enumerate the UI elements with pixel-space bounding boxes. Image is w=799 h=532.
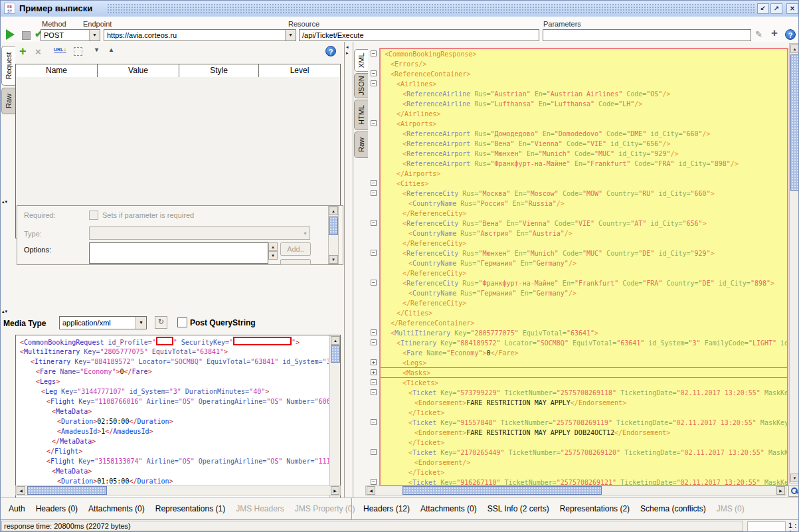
side-tab-json[interactable]: JSON xyxy=(354,73,368,98)
scroll-left-icon[interactable]: ◀ xyxy=(367,486,375,495)
collapse-node-icon[interactable]: − xyxy=(371,120,377,126)
expand-node-icon[interactable]: + xyxy=(371,369,377,375)
add-option-button[interactable]: Add.. xyxy=(280,242,311,256)
refresh-media-icon[interactable]: ↻ xyxy=(155,316,167,329)
column-header-name[interactable]: Name xyxy=(16,64,98,77)
scroll-up-icon[interactable]: ▲ xyxy=(329,207,338,215)
add-param-to-url-icon[interactable]: + xyxy=(771,27,778,40)
footer-tab-representations-2[interactable]: Representations (2) xyxy=(560,504,630,513)
collapse-node-icon[interactable]: − xyxy=(371,379,377,385)
response-vscrollbar[interactable]: ▲ ▼ xyxy=(789,43,799,484)
collapse-node-icon[interactable]: − xyxy=(371,70,377,76)
remove-param-icon[interactable]: × xyxy=(35,46,41,57)
partial-button[interactable] xyxy=(280,259,311,265)
progress-box xyxy=(747,521,786,532)
code-line: <Itinerary Key="884189572" Locator="SOCM… xyxy=(381,338,787,348)
code-line: </Airports> xyxy=(381,169,787,179)
collapse-node-icon[interactable]: − xyxy=(371,180,377,186)
scroll-down-icon[interactable]: ▼ xyxy=(329,255,338,264)
expand-node-icon[interactable]: + xyxy=(371,359,377,365)
move-param-down-icon[interactable]: ▾ xyxy=(95,46,98,53)
collapse-node-icon[interactable]: − xyxy=(371,329,377,335)
details-scrollbar[interactable]: ▲ ▼ xyxy=(328,206,339,264)
collapse-node-icon[interactable]: − xyxy=(371,419,377,425)
move-param-up-icon[interactable]: ▴ xyxy=(110,46,113,53)
resource-input[interactable]: /api/Ticket/Execute xyxy=(299,29,539,41)
scrollbar-thumb[interactable] xyxy=(27,486,107,495)
request-editor-hscrollbar[interactable]: ◀ ▶ xyxy=(15,486,341,495)
collapse-node-icon[interactable]: − xyxy=(371,339,377,345)
add-param-icon[interactable]: + xyxy=(19,44,27,58)
collapse-node-icon[interactable]: − xyxy=(371,80,377,86)
chevron-down-icon[interactable]: ▼ xyxy=(89,30,100,41)
endpoint-combobox[interactable]: https://avia.corteos.ru▼ xyxy=(104,29,296,41)
splitter-handle[interactable]: ▴▾ xyxy=(2,309,8,314)
footer-tab-attachments-0[interactable]: Attachments (0) xyxy=(420,504,477,513)
scroll-up-icon[interactable]: ▲ xyxy=(790,44,799,53)
collapse-node-icon[interactable]: − xyxy=(371,280,377,286)
footer-tab-headers-0[interactable]: Headers (0) xyxy=(36,504,78,513)
required-checkbox[interactable] xyxy=(89,211,98,220)
collapse-node-icon[interactable]: − xyxy=(371,250,377,256)
footer-tab-attachments-0[interactable]: Attachments (0) xyxy=(88,504,145,513)
footer-tab-schema-conflicts[interactable]: Schema (conflicts) xyxy=(640,504,706,513)
scrollbar-thumb[interactable] xyxy=(402,486,602,495)
edit-params-icon[interactable]: ✎ xyxy=(755,29,762,39)
scroll-right-icon[interactable]: ▶ xyxy=(331,486,339,495)
collapse-node-icon[interactable]: − xyxy=(371,479,377,485)
media-type-select[interactable]: application/xml▼ xyxy=(59,316,147,329)
collapse-node-icon[interactable]: − xyxy=(371,220,377,226)
submit-request-icon[interactable] xyxy=(6,29,15,40)
splitter-handle[interactable]: ▴▾ xyxy=(2,199,8,205)
side-tab-request[interactable]: Request xyxy=(1,46,15,86)
side-tab-raw[interactable]: Raw xyxy=(354,132,368,158)
collapse-node-icon[interactable]: − xyxy=(371,50,377,56)
cancel-request-icon[interactable] xyxy=(22,31,31,40)
collapse-node-icon[interactable]: − xyxy=(371,190,377,196)
side-tab-raw[interactable]: Raw xyxy=(1,88,15,114)
window-titlebar[interactable]: REST Пример выписки ↙ ↗ × xyxy=(1,1,798,17)
side-tab-html[interactable]: HTML xyxy=(354,100,368,130)
column-header-level[interactable]: Level xyxy=(259,64,340,77)
collapse-left-icon[interactable]: ◂ xyxy=(346,44,349,50)
post-querystring-checkbox[interactable] xyxy=(177,317,187,327)
select-region-icon[interactable] xyxy=(74,47,82,56)
scrollbar-thumb[interactable] xyxy=(331,345,340,363)
panel-splitter[interactable]: ◂ ▸ xyxy=(345,42,353,497)
spinner-down-icon[interactable]: ▼ xyxy=(268,251,278,260)
help-icon[interactable]: ? xyxy=(325,46,336,56)
chevron-down-icon[interactable]: ▼ xyxy=(135,317,146,329)
footer-tab-auth[interactable]: Auth xyxy=(9,504,25,513)
options-input[interactable] xyxy=(89,242,268,264)
footer-tab-headers-12[interactable]: Headers (12) xyxy=(363,504,410,513)
help-icon[interactable]: ? xyxy=(785,29,796,40)
scrollbar-thumb[interactable] xyxy=(329,217,338,235)
fold-gutter-cell xyxy=(370,468,379,478)
method-select[interactable]: POST▼ xyxy=(41,29,100,41)
scrollbar-thumb[interactable] xyxy=(790,54,799,191)
response-hscrollbar[interactable]: ◀ ▶ xyxy=(365,486,786,495)
collapse-right-icon[interactable]: ▸ xyxy=(346,50,349,56)
maximize-window-icon[interactable]: ↗ xyxy=(770,3,782,14)
chevron-down-icon[interactable]: ▼ xyxy=(285,30,296,41)
column-header-style[interactable]: Style xyxy=(179,64,259,77)
scroll-down-icon[interactable]: ▼ xyxy=(790,474,799,482)
scroll-left-icon[interactable]: ◀ xyxy=(17,486,25,495)
parameters-input[interactable] xyxy=(543,29,751,41)
close-window-icon[interactable]: × xyxy=(786,3,798,14)
response-body-viewer[interactable]: <CommonBookingResponse><Errors/><Referen… xyxy=(379,48,788,486)
collapse-node-icon[interactable]: − xyxy=(371,389,377,395)
scroll-right-icon[interactable]: ▶ xyxy=(776,486,785,495)
spinner-up-icon[interactable]: ▲ xyxy=(268,242,278,251)
code-line: <ReferenceCity Rus="Москва" En="Moscow" … xyxy=(381,189,787,199)
update-params-from-url-icon[interactable]: URL↓ xyxy=(54,46,66,52)
collapse-node-icon[interactable]: − xyxy=(371,449,377,455)
type-select[interactable]: ▼ xyxy=(89,226,310,240)
side-tab-xml[interactable]: XML xyxy=(354,49,368,72)
magnifier-icon[interactable] xyxy=(788,486,799,497)
footer-tab-representations-1[interactable]: Representations (1) xyxy=(155,504,225,513)
column-header-value[interactable]: Value xyxy=(98,64,179,77)
footer-tab-ssl-info-2-certs[interactable]: SSL Info (2 certs) xyxy=(488,504,549,513)
restore-window-icon[interactable]: ↙ xyxy=(757,3,769,14)
scroll-up-icon[interactable]: ▲ xyxy=(331,336,340,345)
